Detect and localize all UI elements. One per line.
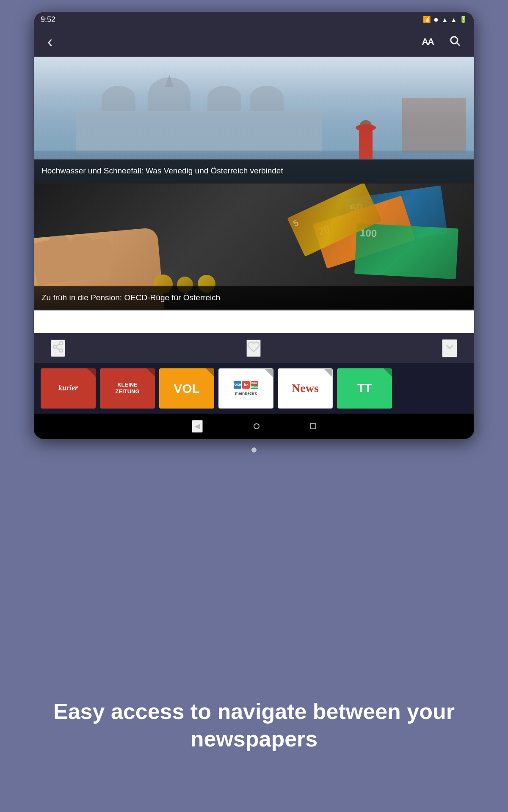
newspaper-news[interactable]: News (278, 368, 333, 409)
meinbezirk-logo-blocks: WOCHE bz RUND SCHAU (234, 381, 258, 389)
share-icon (52, 340, 64, 353)
newspaper-vol-label: VOL (174, 381, 200, 395)
newspapers-bar: kurier KLEINEZEITUNG VOL WOCHE bz RUND (34, 363, 474, 414)
wifi-icon: ▲ (442, 16, 448, 23)
articles-container: Hochwasser und Schneefall: Was Venedig u… (34, 57, 474, 363)
heart-icon (247, 340, 260, 353)
newspaper-meinbezirk-label: meinbezirk (235, 391, 257, 396)
nav-back-button[interactable]: ◄ (192, 420, 203, 433)
share-button[interactable] (51, 340, 65, 357)
top-toolbar: ‹ AA (34, 27, 474, 57)
android-nav-bar: ◄ (34, 414, 474, 439)
chevron-down-icon (443, 340, 456, 354)
newspaper-kleine-zeitung-label: KLEINEZEITUNG (115, 381, 139, 395)
action-bar (34, 333, 474, 363)
newspaper-meinbezirk[interactable]: WOCHE bz RUND SCHAU meinbezirk (218, 368, 273, 409)
article-card-venice[interactable]: Hochwasser und Schneefall: Was Venedig u… (34, 57, 474, 184)
status-time: 9:52 (41, 15, 55, 24)
page-indicator-dot (251, 447, 257, 453)
sim-icon: 📶 (423, 16, 431, 23)
svg-line-6 (56, 344, 60, 346)
battery-icon: 🔋 (459, 16, 467, 23)
favorite-button[interactable] (246, 340, 261, 357)
article-headline-pension: Zu früh in die Pension: OECD-Rüge für Ös… (41, 293, 220, 302)
svg-point-2 (60, 341, 63, 345)
meinbezirk-schau-block: SCHAU (251, 385, 258, 389)
tablet-device: 9:52 📶 ⏺ ▲ ▲ 🔋 ‹ AA (34, 12, 474, 439)
nav-recent-button[interactable] (310, 423, 316, 429)
newspaper-news-label: News (292, 382, 319, 395)
back-button[interactable]: ‹ (44, 30, 56, 54)
meinbezirk-bz-block: bz (242, 381, 250, 389)
svg-line-5 (56, 347, 60, 349)
nav-home-button[interactable] (254, 423, 260, 429)
font-size-label: AA (422, 36, 433, 47)
search-button[interactable] (445, 31, 464, 53)
meinbezirk-rund-block: RUND (251, 381, 258, 385)
toolbar-right-icons: AA (418, 31, 464, 53)
article-card-pension[interactable]: 50 20 100 5 (34, 184, 474, 310)
font-size-button[interactable]: AA (418, 33, 437, 51)
signal-icon: ▲ (450, 16, 457, 23)
article-caption-venice: Hochwasser und Schneefall: Was Venedig u… (34, 159, 474, 182)
newspaper-vol[interactable]: VOL (159, 368, 214, 409)
promo-section: Easy access to navigate between your new… (0, 698, 508, 753)
search-icon (449, 35, 461, 47)
svg-point-0 (451, 36, 458, 43)
newspaper-kurier-label: kurier (58, 384, 78, 392)
newspaper-meinbezirk-inner: WOCHE bz RUND SCHAU meinbezirk (219, 369, 273, 408)
svg-line-1 (457, 43, 459, 45)
svg-point-3 (53, 345, 57, 348)
promo-text: Easy access to navigate between your new… (34, 698, 474, 753)
newspaper-kurier[interactable]: kurier (41, 368, 96, 409)
article-headline-venice: Hochwasser und Schneefall: Was Venedig u… (41, 166, 283, 175)
svg-point-4 (60, 349, 63, 352)
recording-icon: ⏺ (433, 16, 439, 23)
article-caption-pension: Zu früh in die Pension: OECD-Rüge für Ös… (34, 286, 474, 309)
status-bar: 9:52 📶 ⏺ ▲ ▲ 🔋 (34, 12, 474, 27)
expand-button[interactable] (442, 339, 457, 357)
newspaper-tt-label: TT (357, 382, 372, 395)
newspaper-tt[interactable]: TT (337, 368, 392, 409)
status-icons: 📶 ⏺ ▲ ▲ 🔋 (423, 16, 467, 23)
newspaper-kleine-zeitung[interactable]: KLEINEZEITUNG (100, 368, 155, 409)
meinbezirk-woche-block: WOCHE (234, 381, 241, 389)
tablet-screen: 9:52 📶 ⏺ ▲ ▲ 🔋 ‹ AA (34, 12, 474, 414)
meinbezirk-rs-blocks: RUND SCHAU (251, 381, 258, 389)
